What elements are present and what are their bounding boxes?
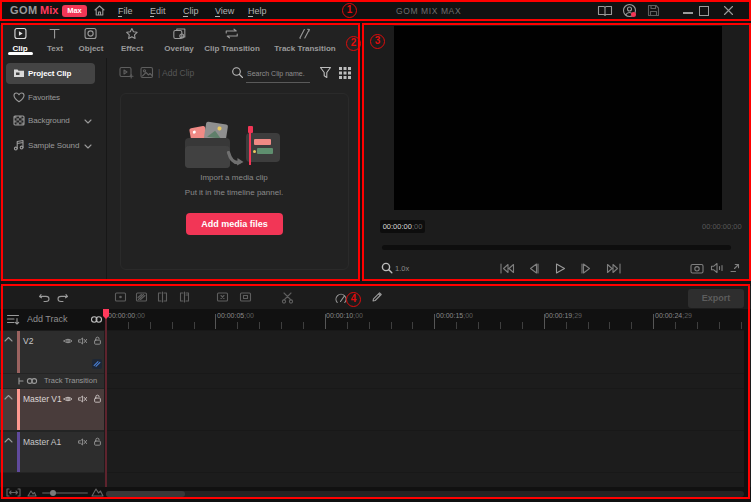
timeline-zoom-slider[interactable] bbox=[42, 492, 88, 494]
master-a1-collapse-icon[interactable] bbox=[4, 437, 13, 443]
ruler-label-0: 00:00:00;00 bbox=[108, 312, 145, 319]
sidebar-label-sample-sound[interactable]: Sample Sound bbox=[28, 142, 79, 150]
save-icon[interactable] bbox=[647, 4, 660, 17]
seek-bar[interactable] bbox=[382, 245, 731, 250]
lane-sep bbox=[107, 472, 744, 473]
sample-sound-chevron-down-icon[interactable] bbox=[84, 144, 92, 149]
timeline-hscroll-thumb[interactable] bbox=[106, 491, 185, 497]
add-track-icon[interactable] bbox=[6, 313, 20, 326]
menu-view[interactable]: View bbox=[215, 7, 234, 16]
playhead-line bbox=[105, 318, 107, 487]
v2-lock-icon[interactable] bbox=[93, 336, 102, 345]
add-clip-label: | Add Clip bbox=[158, 69, 194, 78]
volume-icon[interactable] bbox=[710, 262, 724, 274]
import-hint-line2: Put it in the timeline pannel. bbox=[120, 189, 348, 197]
add-image-clip-icon[interactable] bbox=[140, 66, 154, 79]
master-a1-lock-icon[interactable] bbox=[93, 437, 102, 446]
menu-help[interactable]: Help bbox=[248, 7, 267, 16]
detach-icon[interactable] bbox=[729, 262, 741, 274]
home-icon[interactable] bbox=[93, 4, 106, 17]
prev-frame-icon[interactable] bbox=[526, 262, 540, 275]
video-preview bbox=[394, 26, 722, 210]
skip-start-icon[interactable] bbox=[499, 262, 515, 275]
close-button[interactable] bbox=[723, 5, 734, 16]
next-frame-icon[interactable] bbox=[580, 262, 594, 275]
v2-color-bar bbox=[17, 331, 20, 373]
filter-icon[interactable] bbox=[319, 66, 332, 79]
lane-sep bbox=[107, 330, 744, 331]
zoom-out-timeline-icon[interactable] bbox=[27, 489, 37, 497]
skip-end-icon[interactable] bbox=[606, 262, 622, 275]
menu-file[interactable]: File bbox=[118, 7, 133, 16]
track-header-v2[interactable] bbox=[0, 331, 104, 373]
v2-collapse-icon[interactable] bbox=[4, 336, 13, 342]
background-chevron-down-icon[interactable] bbox=[84, 119, 92, 124]
tab-effect[interactable]: Effect bbox=[121, 27, 143, 53]
master-v1-lock-icon[interactable] bbox=[93, 394, 102, 403]
overwrite-clip-icon[interactable] bbox=[135, 291, 148, 303]
playback-speed[interactable]: 1.0x bbox=[395, 265, 409, 273]
v2-visibility-icon[interactable] bbox=[63, 337, 73, 345]
ruler-label-4: 00:00:19;29 bbox=[545, 312, 582, 319]
split-right-icon[interactable] bbox=[178, 291, 191, 303]
grid-view-icon[interactable] bbox=[339, 67, 351, 79]
cut-icon[interactable] bbox=[281, 291, 294, 304]
sidebar-label-background[interactable]: Background bbox=[28, 117, 70, 125]
speed-icon[interactable] bbox=[334, 292, 348, 304]
v2-mute-icon[interactable] bbox=[78, 337, 88, 345]
heart-icon bbox=[13, 92, 25, 103]
delete-clip-icon[interactable] bbox=[216, 291, 229, 303]
tab-clip[interactable]: Clip bbox=[12, 27, 27, 53]
track-name-master-a1: Master A1 bbox=[23, 438, 61, 447]
tab-clip-transition[interactable]: Clip Transition bbox=[204, 27, 260, 53]
search-input[interactable]: Search Clip name. bbox=[247, 70, 305, 77]
add-video-clip-icon[interactable] bbox=[119, 66, 134, 79]
vertical-scrollbar[interactable] bbox=[744, 309, 749, 487]
timeline-zoom-knob[interactable] bbox=[50, 490, 56, 496]
play-icon[interactable] bbox=[553, 262, 567, 275]
undo-icon[interactable] bbox=[38, 291, 51, 303]
timeline-hscroll[interactable] bbox=[106, 491, 744, 497]
tab-overlay[interactable]: Overlay bbox=[164, 27, 193, 53]
zoom-in-timeline-icon[interactable] bbox=[91, 487, 104, 497]
split-left-icon[interactable] bbox=[156, 291, 169, 303]
menu-clip-accel bbox=[183, 16, 188, 17]
redo-icon[interactable] bbox=[56, 291, 69, 303]
master-v1-mute-icon[interactable] bbox=[78, 395, 88, 403]
ripple-delete-icon[interactable] bbox=[239, 291, 252, 303]
menu-clip[interactable]: Clip bbox=[183, 7, 199, 16]
sidebar-label-project-clip: Project Clip bbox=[28, 70, 71, 78]
master-v1-collapse-icon[interactable] bbox=[4, 394, 13, 400]
search-underline bbox=[246, 82, 310, 83]
edit-icon[interactable] bbox=[371, 291, 383, 303]
maximize-button[interactable] bbox=[699, 6, 709, 16]
manual-icon[interactable] bbox=[597, 5, 613, 17]
menu-edit[interactable]: Edit bbox=[150, 7, 166, 16]
master-a1-mute-icon[interactable] bbox=[78, 438, 88, 446]
sample-sound-icon bbox=[13, 139, 25, 151]
clip-icon bbox=[13, 27, 27, 40]
background-icon bbox=[13, 115, 25, 126]
track-name-master-v1: Master V1 bbox=[23, 395, 62, 404]
add-media-files-button[interactable]: Add media files bbox=[186, 213, 283, 235]
tab-object[interactable]: Object bbox=[79, 27, 104, 53]
clip-transition-icon bbox=[225, 27, 240, 40]
snapshot-icon[interactable] bbox=[690, 262, 704, 274]
v2-transition-icon[interactable] bbox=[92, 359, 102, 369]
tab-track-transition[interactable]: Track Transition bbox=[274, 27, 335, 53]
tab-text[interactable]: Text bbox=[47, 27, 63, 53]
track-transition-icon bbox=[297, 27, 312, 40]
master-v1-visibility-icon[interactable] bbox=[63, 395, 73, 403]
row-sep bbox=[0, 472, 104, 473]
minimize-button[interactable] bbox=[683, 12, 693, 14]
preview-zoom-icon[interactable] bbox=[381, 262, 393, 274]
export-button[interactable]: Export bbox=[688, 289, 744, 308]
account-icon[interactable] bbox=[622, 3, 637, 18]
ruler-label-1: 00:00:05;00 bbox=[217, 312, 254, 319]
track-transition-label: Track Transition bbox=[44, 377, 97, 385]
insert-clip-icon[interactable] bbox=[114, 291, 127, 303]
add-track-label[interactable]: Add Track bbox=[27, 315, 68, 324]
link-icon[interactable] bbox=[90, 315, 103, 324]
sidebar-label-favorites[interactable]: Favorites bbox=[28, 94, 60, 102]
fit-timeline-icon[interactable] bbox=[6, 488, 21, 497]
